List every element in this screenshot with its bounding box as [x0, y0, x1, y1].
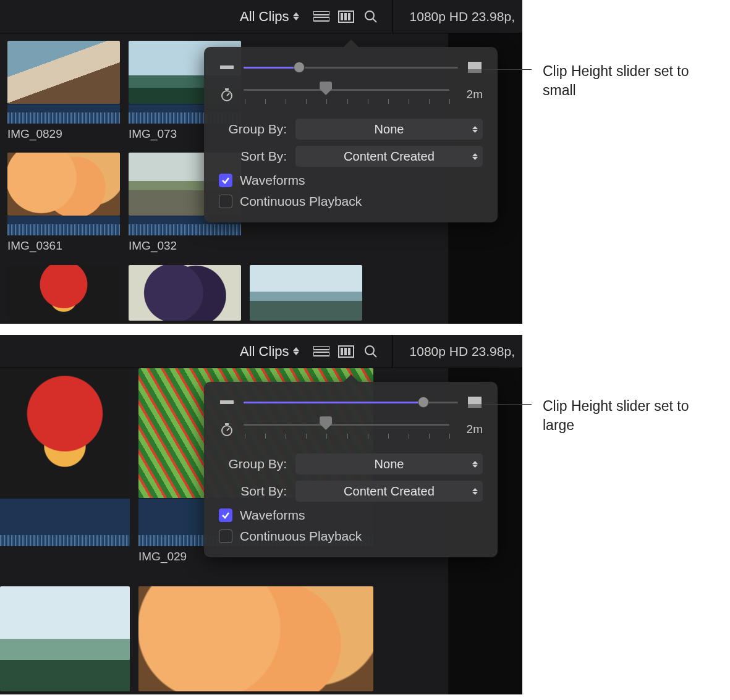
clip-filter-label: All Clips: [240, 344, 289, 360]
clip-view-list-icon[interactable]: [313, 9, 330, 25]
waveforms-label: Waveforms: [240, 173, 305, 188]
svg-line-14: [227, 93, 229, 96]
svg-rect-2: [313, 11, 329, 15]
svg-marker-19: [472, 157, 478, 160]
clip-height-small-icon: [219, 398, 235, 407]
svg-marker-21: [293, 352, 299, 355]
clip-view-list-icon[interactable]: [313, 344, 330, 360]
sort-by-value: Content Created: [344, 150, 435, 164]
svg-rect-32: [468, 404, 482, 408]
clip-item[interactable]: IMG_0829: [7, 41, 120, 144]
browser-toolbar: All Clips 1080p HD 23.98p,: [0, 0, 522, 33]
search-icon[interactable]: [362, 9, 380, 25]
svg-rect-6: [344, 13, 347, 20]
sort-by-label: Sort By:: [219, 149, 287, 164]
svg-line-29: [373, 353, 376, 357]
clip-height-large-icon: [467, 397, 483, 408]
clip-item[interactable]: [0, 368, 130, 567]
svg-rect-22: [313, 346, 329, 350]
clip-item[interactable]: [0, 586, 130, 694]
sort-by-label: Sort By:: [219, 484, 287, 499]
svg-rect-10: [220, 65, 234, 69]
group-by-select[interactable]: None: [295, 453, 483, 474]
browser-toolbar: All Clips 1080p HD 23.98p,: [0, 335, 522, 368]
duration-value: 2m: [458, 88, 483, 101]
svg-line-34: [227, 428, 229, 431]
svg-rect-5: [341, 13, 343, 20]
select-stepper-icon: [472, 153, 478, 160]
svg-marker-16: [472, 126, 478, 129]
svg-marker-17: [472, 130, 478, 133]
svg-marker-39: [472, 492, 478, 495]
clip-height-small-icon: [219, 63, 235, 72]
select-stepper-icon: [472, 488, 478, 495]
clip-item[interactable]: IMG_0361: [7, 153, 120, 256]
clip-filter-label: All Clips: [240, 9, 289, 25]
format-status: 1080p HD 23.98p,: [410, 344, 515, 359]
svg-point-8: [365, 11, 374, 20]
clip-item[interactable]: [138, 586, 373, 694]
clip-name: IMG_0829: [7, 127, 120, 141]
svg-rect-35: [225, 423, 229, 425]
clip-height-slider[interactable]: [244, 62, 458, 73]
clip-appearance-icon[interactable]: [337, 344, 355, 360]
select-stepper-icon: [472, 126, 478, 133]
clip-item[interactable]: [129, 265, 241, 324]
clip-filter-dropdown[interactable]: All Clips: [240, 344, 299, 360]
stopwatch-icon: [219, 88, 235, 101]
svg-point-28: [365, 346, 374, 355]
svg-marker-38: [472, 488, 478, 491]
waveform: [0, 498, 130, 546]
group-by-label: Group By:: [219, 457, 287, 471]
svg-rect-27: [348, 348, 350, 355]
svg-marker-0: [293, 12, 299, 16]
clip-item[interactable]: [7, 265, 120, 324]
stopwatch-icon: [219, 423, 235, 436]
clip-item[interactable]: [250, 265, 362, 324]
continuous-playback-label: Continuous Playback: [240, 194, 362, 209]
duration-value: 2m: [458, 423, 483, 436]
clip-appearance-popover: 2m Group By: None Sort By: Content Creat…: [204, 382, 498, 557]
duration-slider[interactable]: [244, 419, 449, 430]
clip-height-large-icon: [467, 62, 483, 73]
sort-by-select[interactable]: Content Created: [295, 146, 483, 167]
clip-name: IMG_032: [129, 239, 241, 253]
select-stepper-icon: [472, 461, 478, 468]
format-status: 1080p HD 23.98p,: [410, 9, 515, 24]
search-icon[interactable]: [362, 344, 380, 360]
group-by-value: None: [375, 122, 404, 137]
clip-height-slider[interactable]: [244, 397, 458, 408]
callout-small: Clip Height slider set to small: [483, 62, 697, 100]
dropdown-stepper-icon: [293, 347, 299, 355]
callout-large: Clip Height slider set to large: [483, 397, 697, 435]
group-by-select[interactable]: None: [295, 119, 483, 140]
svg-marker-20: [293, 347, 299, 351]
waveforms-checkbox[interactable]: [219, 508, 232, 522]
sort-by-value: Content Created: [344, 484, 435, 499]
group-by-value: None: [375, 457, 404, 471]
duration-slider[interactable]: [244, 84, 449, 95]
svg-rect-26: [344, 348, 347, 355]
svg-marker-18: [472, 153, 478, 156]
dropdown-stepper-icon: [293, 12, 299, 20]
svg-rect-3: [313, 17, 329, 21]
svg-marker-36: [472, 461, 478, 464]
sort-by-select[interactable]: Content Created: [295, 481, 483, 502]
clip-filter-dropdown[interactable]: All Clips: [240, 9, 299, 25]
waveform: [7, 104, 120, 124]
svg-rect-25: [341, 348, 343, 355]
svg-marker-37: [472, 465, 478, 468]
svg-rect-12: [468, 69, 482, 73]
group-by-label: Group By:: [219, 122, 287, 137]
continuous-playback-checkbox[interactable]: [219, 529, 232, 543]
clip-name: IMG_0361: [7, 239, 120, 253]
svg-rect-15: [225, 88, 229, 90]
continuous-playback-label: Continuous Playback: [240, 529, 362, 544]
clip-appearance-icon[interactable]: [337, 9, 355, 25]
svg-line-9: [373, 19, 376, 22]
svg-rect-30: [220, 400, 234, 404]
waveform: [7, 216, 120, 235]
waveforms-checkbox[interactable]: [219, 174, 232, 187]
continuous-playback-checkbox[interactable]: [219, 195, 232, 208]
svg-rect-7: [348, 13, 350, 20]
